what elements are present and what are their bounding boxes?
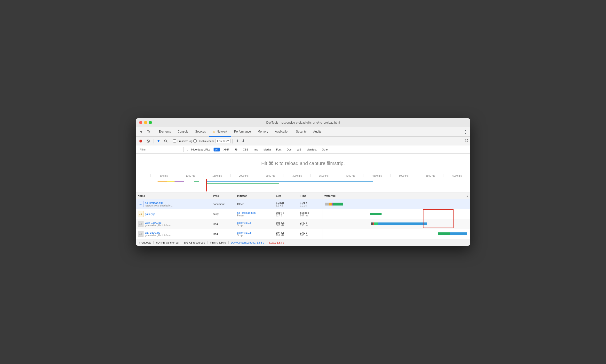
cursor-icon[interactable]	[138, 129, 145, 135]
filter-type-all[interactable]: All	[213, 148, 220, 152]
size-cell-2: 1014 B 827 B	[274, 209, 298, 219]
size-cell-3: 308 KB 307 KB	[274, 219, 298, 229]
filter-type-other[interactable]: Other	[320, 148, 330, 152]
th-waterfall[interactable]: Waterfall ▲	[322, 192, 470, 199]
file-icon-img1	[138, 221, 144, 227]
waterfall-cell-3	[322, 219, 470, 229]
svg-line-4	[147, 140, 149, 142]
filter-type-img[interactable]: Img	[252, 148, 260, 152]
close-button[interactable]	[139, 121, 142, 124]
name-cell-1: </> no_preload.html responsive-preload.g…	[136, 199, 211, 209]
waterfall-cell-1	[322, 199, 470, 209]
preserve-log-checkbox[interactable]: Preserve log	[173, 139, 192, 143]
name-cell-3: wolf_1600.jpg yoavweiss.github.io/ima...	[136, 219, 211, 229]
tick-3500ms: 3500 ms	[310, 174, 337, 177]
type-cell-1: document	[211, 199, 235, 209]
filmstrip-message: Hit ⌘ R to reload and capture filmstrip.	[261, 160, 345, 166]
minimize-button[interactable]	[144, 121, 147, 124]
sort-icon: ▲	[466, 195, 468, 197]
tick-3000ms: 3000 ms	[284, 174, 310, 177]
resources-size: 502 KB resources	[184, 241, 205, 244]
tab-audits[interactable]: Audits	[310, 127, 325, 137]
svg-rect-0	[147, 131, 149, 133]
th-initiator[interactable]: Initiator	[235, 192, 274, 199]
filter-type-css[interactable]: CSS	[241, 148, 250, 152]
toolbar-divider-3	[232, 139, 233, 143]
network-table: </> no_preload.html responsive-preload.g…	[136, 199, 470, 239]
clear-button[interactable]	[145, 138, 151, 144]
tab-performance[interactable]: Performance	[231, 127, 254, 137]
toolbar-divider-1	[153, 139, 153, 143]
settings-button[interactable]	[464, 139, 468, 143]
search-icon[interactable]	[163, 138, 169, 144]
export-button[interactable]: ⬇	[241, 139, 246, 143]
tick-6000ms: 6000 ms	[444, 174, 470, 177]
timeline-ruler: 500 ms 1000 ms 1500 ms 2000 ms 2500 ms 3…	[136, 173, 470, 192]
status-bar: 4 requests 504 KB transferred 502 KB res…	[136, 239, 470, 246]
th-size[interactable]: Size	[274, 192, 298, 199]
th-name[interactable]: Name	[136, 192, 211, 199]
filter-type-ws[interactable]: WS	[295, 148, 303, 152]
tab-elements[interactable]: Elements	[155, 127, 174, 137]
maximize-button[interactable]	[149, 121, 152, 124]
window-title: DevTools - responsive-preload.glitch.me/…	[266, 121, 340, 124]
transferred-size: 504 KB transferred	[156, 241, 178, 244]
svg-point-2	[139, 140, 142, 143]
tab-sources[interactable]: Sources	[192, 127, 209, 137]
requests-count: 4 requests	[139, 241, 151, 244]
name-cell-4: cat_1600.jpg yoavweiss.github.io/ima...	[136, 229, 211, 239]
tab-security[interactable]: Security	[293, 127, 310, 137]
initiator-cell-1: Other	[235, 199, 274, 209]
th-type[interactable]: Type	[211, 192, 235, 199]
tick-1500ms: 1500 ms	[204, 174, 230, 177]
filter-type-manifest[interactable]: Manifest	[305, 148, 318, 152]
time-cell-4: 1.62 s 566 ms	[298, 229, 322, 239]
table-row[interactable]: wolf_1600.jpg yoavweiss.github.io/ima...…	[136, 219, 470, 229]
timeline-svg	[136, 179, 470, 192]
titlebar: DevTools - responsive-preload.glitch.me/…	[136, 118, 470, 127]
filter-bar: Hide data URLs All XHR JS CSS Img Media …	[136, 145, 470, 154]
filter-type-js[interactable]: JS	[233, 148, 239, 152]
more-tabs-button[interactable]: ⋮	[462, 129, 468, 135]
file-icon-img2	[138, 231, 144, 237]
tab-divider	[154, 130, 154, 134]
svg-line-6	[167, 142, 168, 143]
filter-icon[interactable]	[155, 138, 162, 144]
device-icon[interactable]	[145, 129, 152, 135]
filter-type-doc[interactable]: Doc	[285, 148, 293, 152]
tab-network[interactable]: ⚠ Network	[209, 127, 231, 137]
tab-memory[interactable]: Memory	[254, 127, 272, 137]
initiator-cell-4: gallery.js:18 Script	[235, 229, 274, 239]
ruler-ticks: 500 ms 1000 ms 1500 ms 2000 ms 2500 ms 3…	[136, 173, 470, 177]
time-cell-2: 568 ms 567 ms	[298, 209, 322, 219]
name-cell-2: JS gallery.js	[136, 209, 211, 219]
time-cell-1: 1.21 s 1.21 s	[298, 199, 322, 209]
devtools-window: DevTools - responsive-preload.glitch.me/…	[136, 118, 470, 246]
record-button[interactable]	[138, 138, 144, 144]
filter-type-font[interactable]: Font	[274, 148, 283, 152]
svg-point-5	[165, 140, 167, 142]
size-cell-1: 1.3 KB 1.2 KB	[274, 199, 298, 209]
throttle-select[interactable]: Fast 3G ▾	[215, 139, 231, 143]
network-toolbar: Preserve log Disable cache Fast 3G ▾ ⬆ ⬇	[136, 137, 470, 145]
table-row[interactable]: </> no_preload.html responsive-preload.g…	[136, 199, 470, 209]
tab-console[interactable]: Console	[174, 127, 192, 137]
tick-4000ms: 4000 ms	[337, 174, 364, 177]
th-time[interactable]: Time	[298, 192, 322, 199]
filter-input[interactable]	[138, 147, 184, 152]
hide-data-urls-checkbox[interactable]: Hide data URLs	[186, 147, 212, 152]
table-row[interactable]: JS gallery.js script no_preload.html Par…	[136, 209, 470, 219]
tick-2500ms: 2500 ms	[257, 174, 284, 177]
table-header: Name Type Initiator Size Time Waterfall …	[136, 192, 470, 199]
type-cell-3: jpeg	[211, 219, 235, 229]
disable-cache-checkbox[interactable]: Disable cache	[193, 139, 214, 143]
filter-type-xhr[interactable]: XHR	[222, 148, 231, 152]
type-cell-4: jpeg	[211, 229, 235, 239]
table-row[interactable]: cat_1600.jpg yoavweiss.github.io/ima... …	[136, 229, 470, 239]
dom-loaded-time: DOMContentLoaded: 1.83 s	[231, 241, 264, 244]
import-button[interactable]: ⬆	[235, 139, 240, 143]
filter-type-media[interactable]: Media	[262, 148, 273, 152]
svg-point-17	[141, 233, 142, 234]
tab-application[interactable]: Application	[272, 127, 293, 137]
waterfall-cell-2	[322, 209, 470, 219]
